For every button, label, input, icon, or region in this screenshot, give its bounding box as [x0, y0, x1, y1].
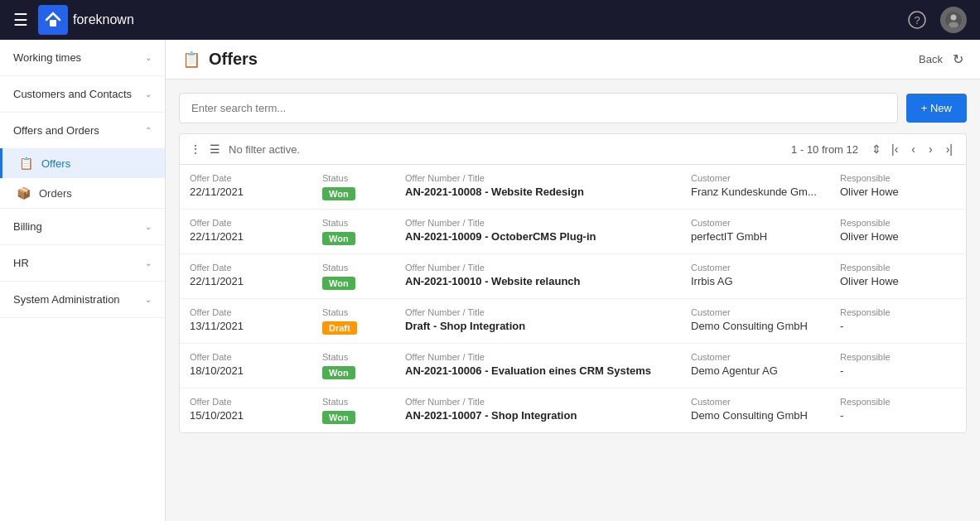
sidebar-section-label-hr: HR — [13, 257, 29, 269]
offers-title-icon: 📋 — [182, 51, 200, 69]
customer-cell: Customer Demo Agentur AG — [691, 352, 840, 377]
new-button[interactable]: + New — [906, 94, 967, 123]
filter-icon[interactable]: ☰ — [210, 142, 220, 156]
sidebar-section-customers-contacts: Customers and Contacts ⌄ — [0, 76, 165, 113]
logo-text: foreknown — [73, 12, 134, 27]
sidebar-section-header-working-times[interactable]: Working times ⌄ — [0, 40, 165, 75]
chevron-down-icon: ⌄ — [145, 258, 152, 268]
svg-point-6 — [949, 22, 958, 28]
responsible-cell: Responsible Oliver Howe — [840, 263, 956, 287]
first-page-button[interactable]: |‹ — [888, 141, 901, 157]
svg-rect-1 — [50, 20, 56, 27]
status-cell: Status Won — [322, 263, 405, 290]
sidebar-section-label-offers-orders: Offers and Orders — [13, 124, 99, 137]
sidebar-section-label-customers-contacts: Customers and Contacts — [13, 88, 132, 100]
content-area: 📋 Offers Back ↻ + New ⋮ ☰ — [166, 40, 980, 521]
table-row[interactable]: Offer Date 22/11/2021 Status Won Offer N… — [180, 165, 966, 210]
sidebar: Working times ⌄ Customers and Contacts ⌄… — [0, 40, 166, 521]
chevron-up-icon: ⌃ — [145, 126, 152, 135]
status-cell: Status Won — [322, 352, 405, 379]
user-avatar[interactable] — [940, 7, 967, 33]
filter-status-text: No filter active. — [229, 143, 300, 156]
table-row[interactable]: Offer Date 13/11/2021 Status Draft Offer… — [180, 299, 966, 344]
status-badge: Draft — [322, 321, 357, 335]
chevron-down-icon: ⌄ — [145, 53, 152, 62]
status-cell: Status Won — [322, 397, 405, 424]
customer-cell: Customer Demo Consulting GmbH — [691, 307, 840, 332]
main-layout: Working times ⌄ Customers and Contacts ⌄… — [0, 40, 980, 521]
sidebar-item-label-offers: Offers — [41, 157, 70, 170]
customer-cell: Customer Irrbis AG — [691, 263, 840, 287]
refresh-button[interactable]: ↻ — [953, 51, 963, 67]
sidebar-section-label-system-administration: System Administration — [13, 293, 120, 306]
help-button[interactable]: ? — [904, 7, 930, 33]
orders-icon: 📦 — [17, 186, 31, 200]
offer-date-cell: Offer Date 22/11/2021 — [190, 173, 322, 198]
offers-table: Offer Date 22/11/2021 Status Won Offer N… — [179, 164, 967, 433]
sidebar-section-hr: HR ⌄ — [0, 245, 165, 282]
offer-date-cell: Offer Date 13/11/2021 — [190, 307, 322, 332]
status-badge: Won — [322, 366, 355, 379]
offer-date-cell: Offer Date 15/10/2021 — [190, 397, 322, 422]
sidebar-section-header-hr[interactable]: HR ⌄ — [0, 245, 165, 281]
svg-text:?: ? — [914, 14, 920, 27]
customer-cell: Customer Demo Consulting GmbH — [691, 397, 840, 422]
sidebar-section-label-billing: Billing — [13, 220, 42, 233]
svg-point-5 — [951, 15, 957, 21]
sidebar-section-billing: Billing ⌄ — [0, 209, 165, 245]
sidebar-section-header-system-administration[interactable]: System Administration ⌄ — [0, 282, 165, 317]
filter-row: ⋮ ☰ No filter active. 1 - 10 from 12 ⇕ |… — [179, 133, 967, 164]
next-page-button[interactable]: › — [925, 141, 936, 157]
offer-number-title-cell: Offer Number / Title Draft - Shop Integr… — [405, 307, 691, 332]
responsible-cell: Responsible Oliver Howe — [840, 173, 956, 198]
responsible-cell: Responsible - — [840, 307, 956, 332]
sidebar-item-label-orders: Orders — [39, 187, 72, 200]
status-cell: Status Draft — [322, 307, 405, 335]
offer-date-cell: Offer Date 22/11/2021 — [190, 263, 322, 287]
customer-cell: Customer Franz Kundeskunde Gm... — [691, 173, 840, 198]
sidebar-section-working-times: Working times ⌄ — [0, 40, 165, 76]
responsible-cell: Responsible - — [840, 397, 956, 422]
chevron-down-icon: ⌄ — [145, 295, 152, 304]
sidebar-section-offers-orders: Offers and Orders ⌃ 📋 Offers 📦 Orders — [0, 113, 165, 209]
offer-date-cell: Offer Date 18/10/2021 — [190, 352, 322, 377]
sort-icon[interactable]: ⇕ — [871, 142, 881, 156]
table-row[interactable]: Offer Date 18/10/2021 Status Won Offer N… — [180, 344, 966, 388]
content-header-right: Back ↻ — [919, 51, 963, 67]
sidebar-item-orders[interactable]: 📦 Orders — [0, 178, 165, 208]
table-row[interactable]: Offer Date 15/10/2021 Status Won Offer N… — [180, 388, 966, 432]
status-badge: Won — [322, 187, 355, 200]
last-page-button[interactable]: ›| — [943, 141, 956, 157]
sidebar-item-offers[interactable]: 📋 Offers — [0, 148, 165, 178]
status-cell: Status Won — [322, 218, 405, 245]
chevron-down-icon: ⌄ — [145, 89, 152, 99]
page-title: Offers — [209, 50, 258, 69]
customer-cell: Customer perfectIT GmbH — [691, 218, 840, 243]
table-row[interactable]: Offer Date 22/11/2021 Status Won Offer N… — [180, 210, 966, 254]
pagination-count: 1 - 10 from 12 — [791, 143, 858, 156]
menu-icon[interactable]: ☰ — [13, 10, 28, 30]
content-body: + New ⋮ ☰ No filter active. 1 - 10 from … — [166, 80, 980, 521]
prev-page-button[interactable]: ‹ — [908, 141, 919, 157]
offers-icon: 📋 — [19, 157, 33, 170]
sidebar-section-label-working-times: Working times — [13, 51, 81, 64]
logo: foreknown — [38, 5, 904, 35]
offer-number-title-cell: Offer Number / Title AN-2021-10008 - Web… — [405, 173, 691, 198]
back-button[interactable]: Back — [919, 53, 943, 65]
search-row: + New — [179, 93, 967, 123]
logo-icon — [38, 5, 68, 35]
pagination: 1 - 10 from 12 ⇕ |‹ ‹ › ›| — [791, 141, 956, 157]
sidebar-section-header-offers-orders[interactable]: Offers and Orders ⌃ — [0, 113, 165, 148]
table-row[interactable]: Offer Date 22/11/2021 Status Won Offer N… — [180, 254, 966, 299]
responsible-cell: Responsible - — [840, 352, 956, 377]
offer-date-cell: Offer Date 22/11/2021 — [190, 218, 322, 243]
sidebar-section-header-billing[interactable]: Billing ⌄ — [0, 209, 165, 244]
sidebar-section-header-customers-contacts[interactable]: Customers and Contacts ⌄ — [0, 76, 165, 112]
status-badge: Won — [322, 277, 355, 290]
menu-dots-icon[interactable]: ⋮ — [190, 142, 201, 156]
status-badge: Won — [322, 411, 355, 424]
search-input[interactable] — [179, 93, 898, 123]
chevron-down-icon: ⌄ — [145, 222, 152, 231]
content-header: 📋 Offers Back ↻ — [166, 40, 980, 80]
filter-left: ⋮ ☰ No filter active. — [190, 142, 300, 156]
